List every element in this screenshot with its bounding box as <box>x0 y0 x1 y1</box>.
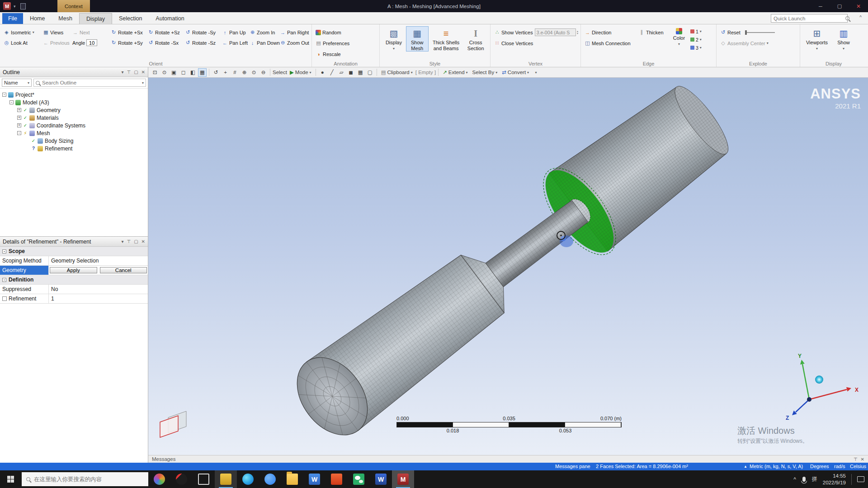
display-style-button[interactable]: ▧Display▾ <box>382 26 405 52</box>
taskbar-app-workbench[interactable] <box>215 470 237 488</box>
tab-mesh[interactable]: Mesh <box>52 13 79 24</box>
app-menu-caret-icon[interactable]: ▾ <box>14 4 16 9</box>
cancel-button[interactable]: Cancel <box>100 267 147 273</box>
name-filter-dropdown[interactable]: Name▾ <box>2 79 32 87</box>
pan-up-button[interactable]: ↑Pan Up <box>221 28 247 37</box>
taskbar-app-wps[interactable]: W <box>303 470 326 488</box>
pan-down-button[interactable]: ↓Pan Down <box>249 38 278 47</box>
views-button[interactable]: ▦Views <box>42 28 70 37</box>
reset-view-icon[interactable]: ↺ <box>212 68 220 77</box>
explode-reset-button[interactable]: ↺Reset <box>719 28 741 37</box>
minimize-button[interactable]: ─ <box>811 0 830 12</box>
graphics-viewport[interactable]: Y X Z ANSYS 2021 R1 0.000 0.035 0.070 (m… <box>148 78 868 455</box>
maximize-button[interactable]: ▢ <box>830 0 849 12</box>
pin-icon[interactable]: ⊤ <box>127 70 131 75</box>
tab-file[interactable]: File <box>2 13 23 24</box>
convert-dropdown[interactable]: ⇄Convert▾ <box>500 68 531 77</box>
toolbar-overflow-caret[interactable]: ▾ <box>532 68 540 77</box>
vertex-size-spinner[interactable]: ▴▾ <box>577 30 578 35</box>
section-plane-icon[interactable] <box>160 411 186 437</box>
edge-thickness-1-button[interactable]: 1▾ <box>690 28 702 35</box>
show-button[interactable]: ▥Show▾ <box>832 26 855 51</box>
quick-launch[interactable] <box>771 14 848 23</box>
show-mesh-toggle-icon[interactable]: ▦ <box>198 68 207 77</box>
rotate-plus-sx-button[interactable]: ↻Rotate +Sx <box>110 28 146 37</box>
outline-search[interactable]: ▾ <box>33 79 146 87</box>
float-icon[interactable]: ▢ <box>134 239 138 244</box>
apply-button[interactable]: Apply <box>50 267 97 273</box>
collapse-ribbon-icon[interactable]: ^ <box>859 15 862 20</box>
thick-shells-button[interactable]: ≡Thick Shells and Beams <box>429 26 463 52</box>
float-icon[interactable]: ▢ <box>134 70 138 75</box>
file-explorer-button[interactable] <box>281 470 303 488</box>
random-colors-button[interactable]: Random <box>315 28 342 37</box>
panel-menu-icon[interactable]: ▾ <box>121 239 123 244</box>
isometric-button[interactable]: ◈Isometric▾ <box>3 28 41 37</box>
suppressed-value[interactable]: No <box>49 285 148 294</box>
vertex-filter-icon[interactable]: ● <box>318 68 327 77</box>
app-icon[interactable]: M <box>3 2 11 10</box>
vertex-size-select[interactable]: 3.e-004 (Auto S <box>535 28 576 36</box>
close-panel-icon[interactable]: ✕ <box>142 70 145 75</box>
rotate-plus-sy-button[interactable]: ↻Rotate +Sy <box>110 38 146 47</box>
preferences-button[interactable]: ▤Preferences <box>315 39 377 47</box>
rotate-minus-sy-button[interactable]: ↺Rotate -Sy <box>184 28 220 37</box>
magnify-out-icon[interactable]: ⊖ <box>259 68 268 77</box>
scoping-method-value[interactable]: Geometry Selection <box>49 256 148 265</box>
taskbar-app-wechat[interactable] <box>348 470 370 488</box>
tree-expander[interactable]: - <box>2 93 6 97</box>
cross-section-button[interactable]: ICross Section <box>463 26 488 52</box>
select-by-dropdown[interactable]: Select By▾ <box>471 68 500 77</box>
mesh-filter-icon[interactable]: ▦ <box>356 68 365 77</box>
angle-input[interactable] <box>86 39 97 46</box>
section-expander[interactable]: - <box>2 278 6 282</box>
units-caret-icon[interactable]: ▲ <box>744 465 747 469</box>
messages-bar[interactable]: Messages ⊤ ✕ <box>148 455 868 463</box>
microphone-icon[interactable] <box>802 477 806 482</box>
box-select-icon[interactable]: ▢ <box>366 68 374 77</box>
tree-item-mesh[interactable]: - ⚡ Mesh <box>0 129 148 137</box>
magnify-icon[interactable]: ⊙ <box>250 68 258 77</box>
mesh-connection-button[interactable]: ◫Mesh Connection <box>584 39 637 47</box>
model-canvas[interactable]: Y X Z <box>148 78 868 455</box>
rotate-minus-sz-button[interactable]: ↺Rotate -Sz <box>184 38 220 47</box>
taskbar-app-blue[interactable] <box>259 470 281 488</box>
taskbar-app-word[interactable]: W <box>370 470 392 488</box>
angle-unit-indicator[interactable]: Degrees <box>810 464 829 469</box>
tree-item-body-sizing[interactable]: ✓ Body Sizing <box>0 137 148 145</box>
tree-item-project[interactable]: - Project* <box>0 91 148 99</box>
tree-expander[interactable]: + <box>17 108 21 112</box>
next-view-button[interactable]: →Next <box>71 28 108 37</box>
rotate-plus-sz-button[interactable]: ↻Rotate +Sz <box>147 28 183 37</box>
explode-slider-knob[interactable] <box>745 30 747 35</box>
edge-thickness-2-button[interactable]: 2▾ <box>690 36 702 43</box>
select-mode-dropdown[interactable]: ▶Mode▾ <box>288 68 313 77</box>
temperature-unit[interactable]: Celsius <box>850 464 866 469</box>
taskbar-search-input[interactable] <box>34 476 144 483</box>
show-mesh-button[interactable]: ▦Show Mesh <box>406 26 429 52</box>
triad-iso-ball[interactable] <box>815 375 823 384</box>
viewports-button[interactable]: ⊞Viewports▾ <box>803 26 831 51</box>
section-expander[interactable]: - <box>2 249 6 253</box>
angular-velocity-unit[interactable]: rad/s <box>834 464 845 469</box>
box-zoom-icon[interactable]: ⊡ <box>151 68 159 77</box>
face-filter-icon[interactable]: ▱ <box>337 68 346 77</box>
previous-view-button[interactable]: ←Previous <box>42 38 70 47</box>
look-at-button[interactable]: ◎Look At <box>3 38 41 47</box>
edge-color-button[interactable]: Color▾ <box>669 26 689 51</box>
tree-item-coordinate-systems[interactable]: + ✓ Coordinate Systems <box>0 122 148 129</box>
tab-display[interactable]: Display <box>79 13 112 24</box>
body-filter-icon[interactable]: ◼ <box>347 68 355 77</box>
pan-left-button[interactable]: ←Pan Left <box>221 38 247 47</box>
show-vertices-button[interactable]: ∴Show Vertices <box>493 28 534 37</box>
rotate-minus-sx-button[interactable]: ↺Rotate -Sx <box>147 38 183 47</box>
zoom-in-button[interactable]: ⊕Zoom In <box>249 28 278 37</box>
tree-expander[interactable]: - <box>17 131 21 135</box>
tree-item-materials[interactable]: + ✓ Materials <box>0 114 148 122</box>
taskbar-clock[interactable]: 14:55 2022/9/19 <box>823 473 846 486</box>
quick-launch-input[interactable] <box>774 16 843 21</box>
origin-icon[interactable]: # <box>231 68 239 77</box>
pin-icon[interactable]: ⊤ <box>127 239 131 244</box>
tree-expander[interactable]: + <box>17 123 21 127</box>
tab-selection[interactable]: Selection <box>112 13 149 24</box>
